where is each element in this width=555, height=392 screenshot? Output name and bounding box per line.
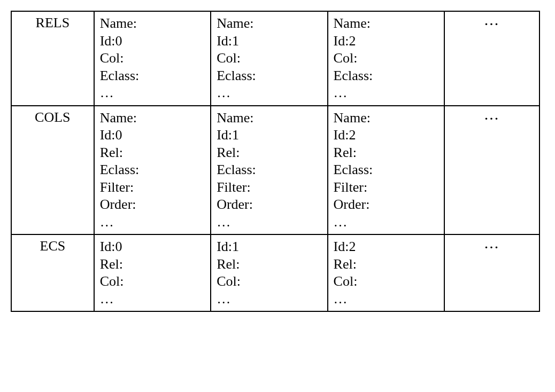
prop-line: Rel:	[217, 144, 321, 162]
table-row: RELS Name: Id:0 Col: Eclass: … Name: Id:…	[11, 11, 539, 106]
prop-line: Eclass:	[217, 67, 321, 85]
prop-line: …	[217, 84, 321, 102]
prop-line: Eclass:	[100, 67, 205, 85]
prop-line: Col:	[334, 50, 438, 67]
prop-line: …	[100, 291, 205, 308]
cell-cols-0: Name: Id:0 Rel: Eclass: Filter: Order: …	[94, 106, 211, 235]
prop-line: Id:2	[334, 127, 438, 144]
prop-line: Name:	[100, 15, 205, 33]
prop-line: Order:	[334, 196, 438, 214]
prop-line: Col:	[217, 50, 321, 67]
prop-line: Filter:	[217, 179, 321, 197]
prop-line: Col:	[100, 50, 205, 67]
prop-line: …	[334, 84, 438, 102]
row-label-rels: RELS	[11, 11, 94, 106]
table-row: ECS Id:0 Rel: Col: … Id:1 Rel: Col: … Id…	[11, 234, 539, 311]
prop-line: Id:0	[100, 238, 205, 256]
prop-line: …	[100, 84, 205, 102]
prop-line: Rel:	[100, 256, 205, 273]
prop-line: Id:1	[217, 33, 321, 50]
cell-cols-2: Name: Id:2 Rel: Eclass: Filter: Order: …	[328, 106, 444, 235]
prop-line: Eclass:	[217, 161, 321, 179]
prop-line: Filter:	[100, 179, 205, 197]
prop-line: …	[217, 291, 321, 308]
prop-line: Id:1	[217, 127, 321, 144]
prop-line: Rel:	[217, 256, 321, 273]
prop-line: Name:	[100, 109, 205, 127]
ellipsis-icon: ···	[444, 11, 539, 106]
schema-table: RELS Name: Id:0 Col: Eclass: … Name: Id:…	[11, 11, 540, 312]
prop-line: Id:2	[334, 238, 438, 256]
prop-line: Id:2	[334, 33, 438, 50]
prop-line: Rel:	[334, 144, 438, 162]
prop-line: …	[334, 214, 438, 231]
cell-ecs-2: Id:2 Rel: Col: …	[328, 234, 444, 311]
cell-cols-1: Name: Id:1 Rel: Eclass: Filter: Order: …	[211, 106, 327, 235]
prop-line: …	[334, 291, 438, 308]
prop-line: Name:	[334, 15, 438, 33]
prop-line: …	[100, 214, 205, 231]
row-label-ecs: ECS	[11, 234, 94, 311]
row-label-cols: COLS	[11, 106, 94, 235]
cell-ecs-1: Id:1 Rel: Col: …	[211, 234, 327, 311]
schema-tbody: RELS Name: Id:0 Col: Eclass: … Name: Id:…	[11, 11, 539, 311]
cell-rels-0: Name: Id:0 Col: Eclass: …	[94, 11, 211, 106]
prop-line: Rel:	[334, 256, 438, 273]
prop-line: Name:	[334, 109, 438, 127]
prop-line: Col:	[217, 273, 321, 291]
prop-line: Rel:	[100, 144, 205, 162]
prop-line: Eclass:	[334, 161, 438, 179]
prop-line: Id:0	[100, 33, 205, 50]
prop-line: Name:	[217, 109, 321, 127]
prop-line: Order:	[100, 196, 205, 214]
prop-line: Col:	[334, 273, 438, 291]
prop-line: Id:0	[100, 127, 205, 144]
prop-line: Filter:	[334, 179, 438, 197]
ellipsis-icon: ···	[444, 234, 539, 311]
cell-rels-1: Name: Id:1 Col: Eclass: …	[211, 11, 327, 106]
table-row: COLS Name: Id:0 Rel: Eclass: Filter: Ord…	[11, 106, 539, 235]
cell-rels-2: Name: Id:2 Col: Eclass: …	[328, 11, 444, 106]
prop-line: Name:	[217, 15, 321, 33]
prop-line: Id:1	[217, 238, 321, 256]
prop-line: Order:	[217, 196, 321, 214]
prop-line: …	[217, 214, 321, 231]
prop-line: Eclass:	[334, 67, 438, 85]
cell-ecs-0: Id:0 Rel: Col: …	[94, 234, 211, 311]
prop-line: Col:	[100, 273, 205, 291]
prop-line: Eclass:	[100, 161, 205, 179]
ellipsis-icon: ···	[444, 106, 539, 235]
